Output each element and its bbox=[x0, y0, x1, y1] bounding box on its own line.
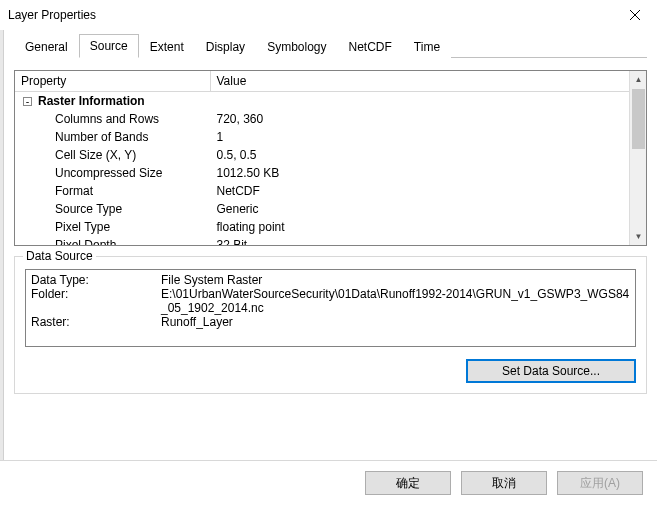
dialog-button-bar: 确定 取消 应用(A) bbox=[0, 460, 657, 505]
apply-button: 应用(A) bbox=[557, 471, 643, 495]
prop-value: 720, 360 bbox=[210, 110, 629, 128]
close-button[interactable] bbox=[612, 0, 657, 30]
prop-key: Number of Bands bbox=[15, 128, 210, 146]
property-grid-viewport: Property Value -Raster Information Colum… bbox=[15, 71, 629, 245]
data-source-group: Data Source Data Type: File System Raste… bbox=[14, 256, 647, 394]
data-source-textbox[interactable]: Data Type: File System Raster Folder: E:… bbox=[25, 269, 636, 347]
ds-raster-label: Raster: bbox=[31, 315, 161, 329]
prop-key: Uncompressed Size bbox=[15, 164, 210, 182]
cancel-button[interactable]: 取消 bbox=[461, 471, 547, 495]
ds-raster-value: Runoff_Layer bbox=[161, 315, 630, 329]
tab-general[interactable]: General bbox=[14, 35, 79, 58]
column-header-property[interactable]: Property bbox=[15, 71, 210, 92]
close-icon bbox=[630, 10, 640, 20]
property-row: Pixel Typefloating point bbox=[15, 218, 629, 236]
prop-value: floating point bbox=[210, 218, 629, 236]
tab-symbology[interactable]: Symbology bbox=[256, 35, 337, 58]
group-legend: Data Source bbox=[23, 249, 96, 263]
content-area: General Source Extent Display Symbology … bbox=[4, 30, 657, 460]
collapse-icon[interactable]: - bbox=[23, 97, 32, 106]
prop-key: Cell Size (X, Y) bbox=[15, 146, 210, 164]
property-row: Uncompressed Size1012.50 KB bbox=[15, 164, 629, 182]
tab-display[interactable]: Display bbox=[195, 35, 256, 58]
section-label: Raster Information bbox=[38, 94, 145, 108]
ds-data-type-value: File System Raster bbox=[161, 273, 630, 287]
scroll-up-icon[interactable]: ▲ bbox=[630, 71, 647, 88]
scroll-down-icon[interactable]: ▼ bbox=[630, 228, 647, 245]
prop-value: 32 Bit bbox=[210, 236, 629, 246]
scroll-thumb[interactable] bbox=[632, 89, 645, 149]
prop-key: Pixel Depth bbox=[15, 236, 210, 246]
property-table: Property Value -Raster Information Colum… bbox=[15, 71, 629, 245]
property-row: Number of Bands1 bbox=[15, 128, 629, 146]
prop-key: Columns and Rows bbox=[15, 110, 210, 128]
prop-value: NetCDF bbox=[210, 182, 629, 200]
property-grid: Property Value -Raster Information Colum… bbox=[14, 70, 647, 246]
prop-key: Source Type bbox=[15, 200, 210, 218]
vertical-scrollbar[interactable]: ▲ ▼ bbox=[629, 71, 646, 245]
window-title: Layer Properties bbox=[8, 8, 96, 22]
prop-key: Format bbox=[15, 182, 210, 200]
column-header-value[interactable]: Value bbox=[210, 71, 629, 92]
ds-folder-label: Folder: bbox=[31, 287, 161, 315]
section-raster-information[interactable]: -Raster Information bbox=[15, 92, 629, 110]
property-row: Pixel Depth32 Bit bbox=[15, 236, 629, 246]
prop-value: 1 bbox=[210, 128, 629, 146]
tab-strip: General Source Extent Display Symbology … bbox=[14, 34, 647, 58]
tab-time[interactable]: Time bbox=[403, 35, 451, 58]
property-row: Columns and Rows720, 360 bbox=[15, 110, 629, 128]
property-row: FormatNetCDF bbox=[15, 182, 629, 200]
prop-value: Generic bbox=[210, 200, 629, 218]
set-data-source-button[interactable]: Set Data Source... bbox=[466, 359, 636, 383]
titlebar: Layer Properties bbox=[0, 0, 657, 30]
tab-netcdf[interactable]: NetCDF bbox=[338, 35, 403, 58]
ok-button[interactable]: 确定 bbox=[365, 471, 451, 495]
tab-extent[interactable]: Extent bbox=[139, 35, 195, 58]
property-row: Source TypeGeneric bbox=[15, 200, 629, 218]
prop-value: 0.5, 0.5 bbox=[210, 146, 629, 164]
property-row: Cell Size (X, Y)0.5, 0.5 bbox=[15, 146, 629, 164]
prop-value: 1012.50 KB bbox=[210, 164, 629, 182]
ds-data-type-label: Data Type: bbox=[31, 273, 161, 287]
tab-source[interactable]: Source bbox=[79, 34, 139, 58]
prop-key: Pixel Type bbox=[15, 218, 210, 236]
ds-folder-value: E:\01UrbanWaterSourceSecurity\01Data\Run… bbox=[161, 287, 630, 315]
